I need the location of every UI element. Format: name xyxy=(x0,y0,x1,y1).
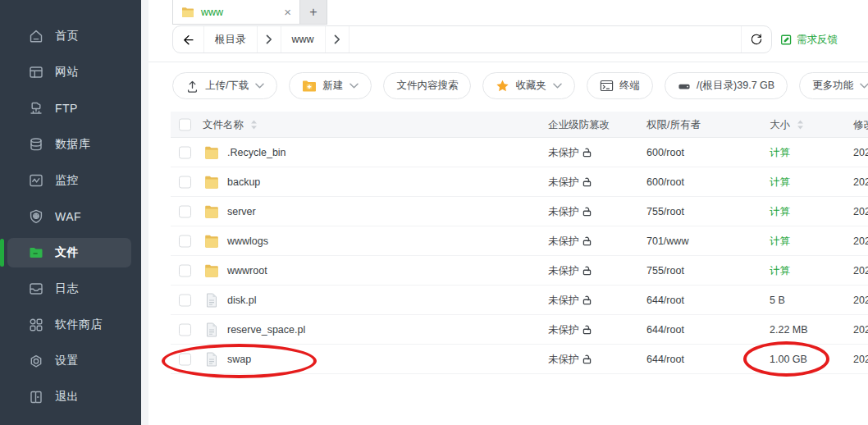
close-icon[interactable]: × xyxy=(284,6,291,18)
permissions-owner: 644/root xyxy=(646,324,684,336)
file-name[interactable]: disk.pl xyxy=(227,295,256,306)
file-size: 5 B xyxy=(770,295,785,306)
file-name[interactable]: swap xyxy=(227,354,251,365)
sort-icon[interactable] xyxy=(250,119,258,130)
toolbar-button-more[interactable]: 更多功能 xyxy=(799,72,868,99)
row-checkbox[interactable] xyxy=(179,294,191,306)
toolbar-button-new[interactable]: 新建 xyxy=(289,72,372,99)
lock-open-icon xyxy=(582,324,592,335)
folder-icon xyxy=(203,233,220,249)
modified-date: 202 xyxy=(853,176,868,188)
row-checkbox[interactable] xyxy=(179,353,191,365)
row-checkbox[interactable] xyxy=(179,176,191,188)
add-tab-button[interactable]: + xyxy=(300,0,327,25)
sidebar-item-database[interactable]: 数据库 xyxy=(0,126,141,162)
permissions-owner: 600/root xyxy=(646,176,684,188)
modified-date: 202 xyxy=(853,265,868,276)
row-checkbox[interactable] xyxy=(179,323,191,336)
table-row-wwwlogs[interactable]: wwwlogs 未保护 701/www 计算 202 xyxy=(171,226,868,256)
sidebar-item-settings[interactable]: 设置 xyxy=(0,343,141,379)
protection-status[interactable]: 未保护 xyxy=(548,145,592,159)
row-checkbox[interactable] xyxy=(179,264,191,276)
sidebar-item-ftp[interactable]: FTP xyxy=(0,90,141,126)
tab-www[interactable]: www × xyxy=(172,0,300,25)
row-checkbox[interactable] xyxy=(179,205,191,217)
lock-open-icon xyxy=(582,147,592,158)
file-name[interactable]: wwwlogs xyxy=(227,235,268,247)
toolbar-button-favorites[interactable]: 收藏夹 xyxy=(482,72,575,99)
protection-status[interactable]: 未保护 xyxy=(548,352,592,366)
sidebar-item-appstore[interactable]: 软件商店 xyxy=(0,307,141,343)
sidebar-item-monitor[interactable]: 监控 xyxy=(0,162,141,199)
feedback-link[interactable]: 需求反馈 xyxy=(780,25,838,53)
protection-label: 未保护 xyxy=(548,263,579,277)
calculate-size-link[interactable]: 计算 xyxy=(770,234,790,248)
sidebar-item-files[interactable]: 文件 xyxy=(0,235,141,271)
toolbar-button-label: /(根目录)39.7 GB xyxy=(697,79,774,93)
file-size: 1.00 GB xyxy=(770,354,807,365)
folder-icon xyxy=(203,174,220,190)
protection-status[interactable]: 未保护 xyxy=(548,234,592,248)
calculate-size-link[interactable]: 计算 xyxy=(770,204,790,218)
file-name[interactable]: server xyxy=(227,206,256,217)
file-icon xyxy=(203,351,220,368)
refresh-icon xyxy=(750,33,763,46)
sidebar-item-label: 数据库 xyxy=(55,137,91,152)
crumb-chevron-icon xyxy=(266,34,272,44)
calculate-size-link[interactable]: 计算 xyxy=(770,175,790,189)
file-name[interactable]: backup xyxy=(227,176,260,188)
toolbar-button-label: 终端 xyxy=(619,79,640,93)
back-arrow-icon xyxy=(181,34,195,46)
toolbar-button-search[interactable]: 文件内容搜索 xyxy=(383,72,471,99)
breadcrumb-root[interactable]: 根目录 xyxy=(204,26,258,53)
select-all-checkbox[interactable] xyxy=(179,118,191,130)
file-tab-bar: www × + xyxy=(172,0,327,25)
table-row-server[interactable]: server 未保护 755/root 计算 202 xyxy=(171,197,868,226)
modified-date: 202 xyxy=(853,295,868,306)
file-name[interactable]: reserve_space.pl xyxy=(227,324,305,336)
table-row-.Recycle_bin[interactable]: .Recycle_bin 未保护 600/root 计算 202 xyxy=(171,138,868,167)
protection-status[interactable]: 未保护 xyxy=(548,263,592,277)
protection-status[interactable]: 未保护 xyxy=(548,322,592,336)
content-gutter xyxy=(141,0,148,425)
table-row-reserve_space.pl[interactable]: reserve_space.pl 未保护 644/root 2.22 MB 20… xyxy=(171,315,868,345)
upload-icon xyxy=(185,80,199,93)
row-checkbox[interactable] xyxy=(179,235,191,247)
toolbar-button-disk[interactable]: /(根目录)39.7 GB xyxy=(665,72,788,99)
row-checkbox[interactable] xyxy=(179,146,191,158)
sidebar-item-label: 日志 xyxy=(55,281,79,296)
calculate-size-link[interactable]: 计算 xyxy=(770,145,790,159)
sidebar-item-home[interactable]: 首页 xyxy=(0,18,141,54)
breadcrumb: 根目录 www xyxy=(172,25,772,53)
toolbar-button-upload[interactable]: 上传/下载 xyxy=(172,72,277,99)
file-name[interactable]: wwwroot xyxy=(227,265,267,276)
logout-icon xyxy=(28,389,44,405)
sidebar-item-waf[interactable]: WAF xyxy=(0,199,141,235)
column-header-protection: 企业级防篡改 xyxy=(548,117,610,131)
sidebar-item-label: 退出 xyxy=(55,390,79,404)
protection-status[interactable]: 未保护 xyxy=(548,175,592,189)
protection-status[interactable]: 未保护 xyxy=(548,204,592,218)
protection-status[interactable]: 未保护 xyxy=(548,293,592,307)
table-row-swap[interactable]: swap 未保护 644/root 1.00 GB 202 xyxy=(171,345,868,374)
table-row-backup[interactable]: backup 未保护 600/root 计算 202 xyxy=(171,167,868,197)
sidebar-item-logout[interactable]: 退出 xyxy=(0,379,141,415)
file-name[interactable]: .Recycle_bin xyxy=(227,147,286,158)
folder-icon xyxy=(203,203,220,220)
sort-icon[interactable] xyxy=(797,119,804,130)
feedback-label: 需求反馈 xyxy=(797,33,838,47)
sidebar-item-logs[interactable]: 日志 xyxy=(0,271,141,307)
refresh-button[interactable] xyxy=(741,26,771,53)
table-row-wwwroot[interactable]: wwwroot 未保护 755/root 计算 202 xyxy=(171,256,868,286)
back-button[interactable] xyxy=(173,26,204,53)
breadcrumb-current[interactable]: www xyxy=(281,26,326,53)
toolbar-button-terminal[interactable]: 终端 xyxy=(587,72,653,99)
modified-date: 202 xyxy=(853,235,868,247)
folder-tab-icon xyxy=(181,7,194,18)
calculate-size-link[interactable]: 计算 xyxy=(770,263,790,277)
sidebar-item-label: WAF xyxy=(55,210,81,223)
table-row-disk.pl[interactable]: disk.pl 未保护 644/root 5 B 202 xyxy=(171,286,868,315)
protection-label: 未保护 xyxy=(548,175,579,189)
modified-date: 202 xyxy=(853,324,868,336)
sidebar-item-sites[interactable]: 网站 xyxy=(0,54,141,90)
